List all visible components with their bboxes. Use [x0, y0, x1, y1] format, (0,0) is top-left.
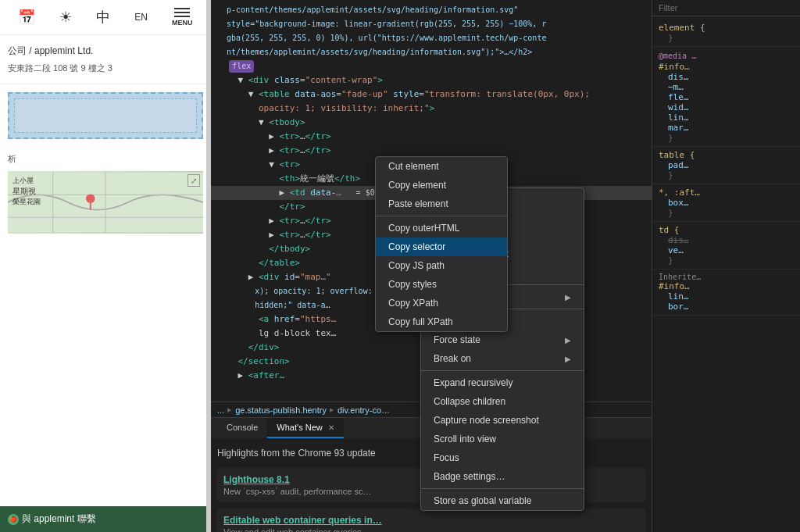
breadcrumb-dots: ...	[217, 405, 224, 415]
submenu-copy-jspath[interactable]: Copy JS path	[376, 256, 507, 275]
nav-bar: 📅 ☀ 中 EN MENU	[0, 0, 211, 35]
style-prop: ve…	[659, 245, 794, 255]
calendar-icon[interactable]: 📅	[18, 9, 35, 26]
inherited-label: Inherite…	[659, 273, 794, 281]
tab-console[interactable]: Console	[217, 418, 267, 438]
style-closing: }	[659, 33, 794, 43]
submenu-copy-full-xpath[interactable]: Copy full XPath	[376, 312, 507, 331]
style-selector: td {	[659, 225, 794, 235]
style-prop: pad…	[659, 160, 794, 170]
submenu-paste-element: Paste element	[376, 195, 507, 213]
style-prop: wid…	[659, 102, 794, 112]
map-area: 上小屋 星期視 榮星花園 ⤢	[8, 171, 203, 234]
style-selector: *, :aft…	[659, 187, 794, 198]
media-query: @media …	[659, 50, 794, 62]
listen-icon: 析	[8, 153, 203, 165]
styles-content: element { } @media … #info… dis… −m… fle…	[652, 16, 800, 319]
menu-separator	[421, 488, 584, 489]
filter-input[interactable]	[659, 3, 721, 12]
html-line: opacity: 1; visibility: inherit;">	[211, 102, 652, 116]
style-prop: −m…	[659, 82, 794, 92]
footer-text: 與 applemint 聯繫	[22, 512, 96, 526]
html-line: ▼ <div class="content-wrap">	[211, 73, 652, 87]
devtools-panel: p-content/themes/applemint/assets/svg/he…	[211, 0, 652, 532]
style-prop: box…	[659, 198, 794, 208]
style-prop: fle…	[659, 92, 794, 102]
submenu-separator	[376, 216, 507, 216]
html-line: style="background-image: linear-gradient…	[211, 17, 652, 31]
style-block-element: element { }	[652, 20, 800, 47]
copy-submenu: Cut element Copy element Paste element C…	[375, 156, 508, 332]
style-block-media: @media … #info… dis… −m… fle… wid… lin… …	[652, 47, 800, 147]
submenu-copy-element[interactable]: Copy element	[376, 176, 507, 195]
menu-badge-settings[interactable]: Badge settings…	[421, 467, 584, 486]
style-prop: mar…	[659, 123, 794, 133]
html-line: nt/themes/applemint/assets/svg/heading/i…	[211, 45, 652, 59]
breadcrumb-div[interactable]: div.entry-co…	[338, 405, 390, 415]
menu-button[interactable]: MENU	[172, 8, 193, 27]
html-line: flex	[211, 59, 652, 73]
company-address: 安東路二段 108 號 9 樓之 3	[8, 62, 203, 74]
bottom-section: 析 上小屋 星期視	[0, 147, 211, 240]
menu-break-on[interactable]: Break on ▶	[421, 349, 584, 368]
company-name: 公司 / applemint Ltd.	[8, 45, 203, 58]
style-closing: }	[659, 208, 794, 218]
apple-logo: 🍎	[8, 514, 19, 525]
map-label: 上小屋 星期視 榮星花園	[12, 176, 41, 207]
tab-whats-new[interactable]: What's New ✕	[267, 418, 343, 438]
style-closing: }	[659, 133, 794, 143]
style-prop: lin…	[659, 291, 794, 302]
expand-map-button[interactable]: ⤢	[188, 174, 200, 187]
html-line: ▶ <tr>…</tr>	[211, 130, 652, 144]
html-line: p-content/themes/applemint/assets/svg/he…	[211, 3, 652, 17]
menu-capture-screenshot[interactable]: Capture node screenshot	[421, 411, 584, 430]
sun-icon[interactable]: ☀	[59, 9, 72, 26]
style-block-after: *, :aft… box… }	[652, 184, 800, 222]
language-en[interactable]: EN	[134, 12, 148, 23]
info-selector: #info…	[659, 281, 794, 291]
breadcrumb-sep: ▸	[227, 405, 232, 415]
menu-separator	[421, 370, 584, 371]
submenu-copy-selector[interactable]: Copy selector	[376, 237, 507, 256]
menu-label: MENU	[172, 19, 193, 27]
web-container-desc: View and edit web container queries…	[223, 527, 639, 532]
company-info: 公司 / applemint Ltd. 安東路二段 108 號 9 樓之 3	[0, 35, 211, 84]
breadcrumb-page[interactable]: ge.status-publish.hentry	[235, 405, 327, 415]
style-block-inherited: Inherite… #info… lin… bor…	[652, 270, 800, 316]
submenu-cut-element[interactable]: Cut element	[376, 157, 507, 176]
html-line: gba(255, 255, 255, 0) 10%), url("https:/…	[211, 31, 652, 45]
styles-panel: element { } @media … #info… dis… −m… fle…	[652, 0, 800, 532]
info-selector: #info…	[659, 62, 794, 72]
html-line: ▼ <tbody>	[211, 116, 652, 130]
style-closing: }	[659, 255, 794, 266]
menu-force-state[interactable]: Force state ▶	[421, 330, 584, 349]
submenu-copy-styles[interactable]: Copy styles	[376, 275, 507, 294]
style-prop: lin…	[659, 112, 794, 123]
submenu-arrow-icon: ▶	[565, 293, 571, 302]
style-selector: element {	[659, 23, 794, 33]
main-content-area: 析 上小屋 星期視	[0, 147, 211, 532]
menu-focus[interactable]: Focus	[421, 448, 584, 467]
submenu-arrow-icon: ▶	[565, 355, 571, 363]
filter-bar	[652, 0, 800, 16]
style-prop: bor…	[659, 302, 794, 312]
style-prop-strikethrough: dis…	[659, 235, 794, 245]
footer-bar[interactable]: 🍎 與 applemint 聯繫	[0, 506, 211, 532]
submenu-arrow-icon: ▶	[565, 336, 571, 345]
menu-collapse-children[interactable]: Collapse children	[421, 392, 584, 411]
menu-store-global[interactable]: Store as global variable	[421, 491, 584, 510]
menu-expand-recursively[interactable]: Expand recursively	[421, 373, 584, 392]
website-preview: 📅 ☀ 中 EN MENU 公司 / applemint Ltd. 安東路二段 …	[0, 0, 211, 532]
chinese-icon[interactable]: 中	[96, 8, 110, 27]
style-selector: table {	[659, 150, 794, 160]
style-closing: }	[659, 170, 794, 180]
menu-scroll-into-view[interactable]: Scroll into view	[421, 430, 584, 448]
tab-close-button[interactable]: ✕	[328, 423, 334, 432]
web-container-card: Editable web container queries in… View …	[217, 509, 645, 532]
submenu-copy-outerhtml[interactable]: Copy outerHTML	[376, 219, 507, 237]
style-prop: dis…	[659, 72, 794, 82]
web-container-title[interactable]: Editable web container queries in…	[223, 515, 639, 526]
style-block-table: table { pad… }	[652, 147, 800, 184]
submenu-copy-xpath[interactable]: Copy XPath	[376, 294, 507, 312]
html-line: ▼ <table data-aos="fade-up" style="trans…	[211, 87, 652, 102]
